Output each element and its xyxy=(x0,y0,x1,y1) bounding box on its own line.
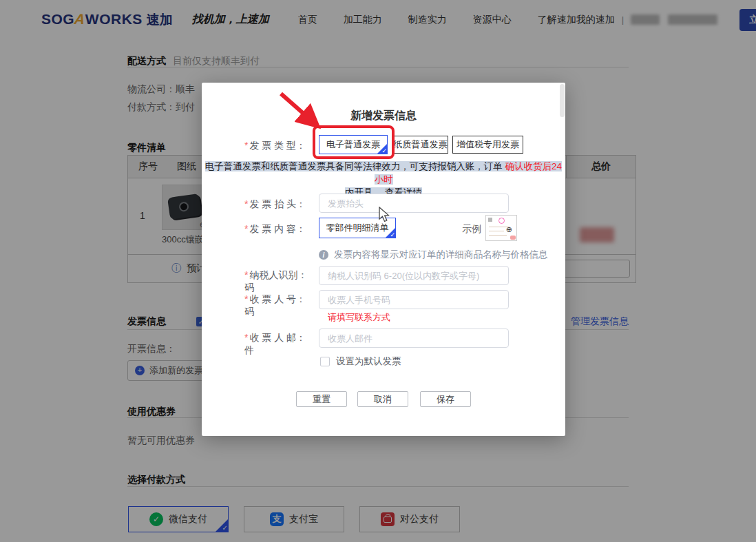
invoice-content-label: *发 票 内 容： xyxy=(244,222,315,235)
stamp-mark xyxy=(498,218,505,224)
modal-title: 新增发票信息 xyxy=(202,109,565,123)
tax-id-label: *纳税人识别： 码 xyxy=(244,269,315,293)
tax-id-input[interactable] xyxy=(319,266,509,285)
recipient-email-label: *收 票 人 邮： 件 xyxy=(244,331,315,356)
invoice-title-label: *发 票 抬 头： xyxy=(244,198,315,210)
mouse-cursor-icon xyxy=(377,207,390,223)
type-vat-button[interactable]: 增值税专用发票 xyxy=(452,136,523,154)
recipient-email-input[interactable] xyxy=(319,329,509,348)
sample-label: 示例 xyxy=(462,223,481,236)
default-invoice-checkbox[interactable] xyxy=(320,357,330,366)
type-paper-button[interactable]: 纸质普通发票 xyxy=(392,136,448,154)
recipient-phone-input[interactable] xyxy=(319,290,509,309)
annotation-arrow xyxy=(274,90,336,139)
save-button[interactable]: 保存 xyxy=(420,391,471,407)
invoice-type-label: *发 票 类 型： xyxy=(244,139,315,152)
phone-error-message: 请填写联系方式 xyxy=(328,311,390,324)
invoice-content-hint: i 发票内容将显示对应订单的详细商品名称与价格信息 xyxy=(319,249,548,261)
cancel-button[interactable]: 取消 xyxy=(357,391,408,407)
recipient-phone-label: *收 票 人 号： 码 xyxy=(244,293,315,317)
default-invoice-label: 设置为默认发票 xyxy=(336,355,401,368)
zoom-icon: ⊕ xyxy=(506,225,512,234)
page: SOGAWORKS 速加 找机加，上速加 首页 加工能力 制造实力 资源中心 了… xyxy=(0,0,756,542)
reset-button[interactable]: 重置 xyxy=(296,391,347,407)
invoice-title-input[interactable] xyxy=(319,194,509,213)
default-invoice-row: 设置为默认发票 xyxy=(320,355,401,368)
info-icon: i xyxy=(319,250,328,260)
invoice-sample-thumbnail[interactable]: ⊕ xyxy=(485,215,517,241)
